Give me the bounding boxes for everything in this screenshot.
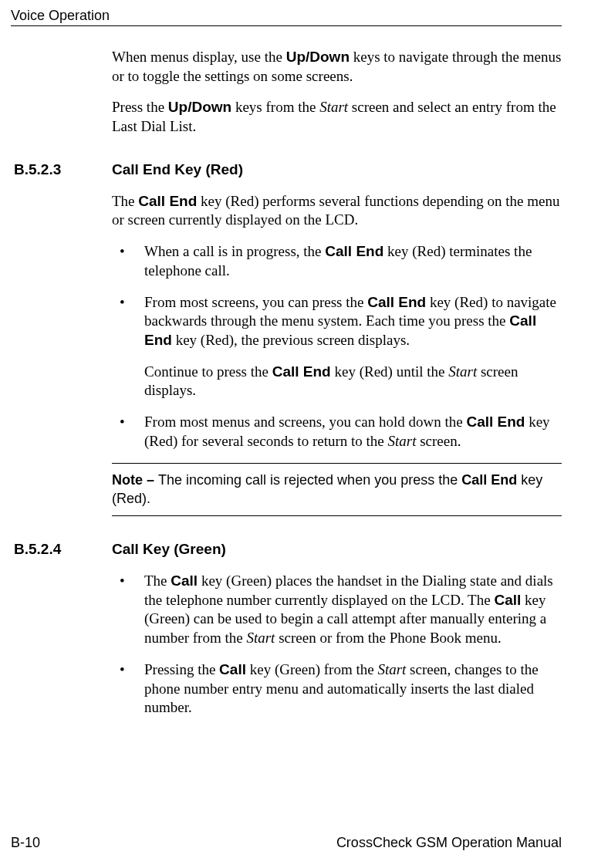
text-fragment: The incoming call is rejected when you p… <box>158 472 461 488</box>
text-fragment: Continue to press the <box>144 363 272 380</box>
text-fragment: key (Red), the previous screen displays. <box>172 332 410 348</box>
text-fragment: Press the <box>112 99 168 115</box>
bullet-text: The Call key (Green) places the handset … <box>144 572 562 648</box>
section1-bullet-list-cont: • From most menus and screens, you can h… <box>112 413 562 451</box>
italic-screen-name: Start <box>246 630 275 646</box>
text-fragment: key (Green) places the handset in the Di… <box>144 572 553 608</box>
bold-key-label: Call End <box>367 294 426 310</box>
bullet-text: Pressing the Call key (Green) from the S… <box>144 660 562 718</box>
bold-key-label: Up/Down <box>168 99 231 115</box>
text-fragment: key (Green) from the <box>246 661 377 677</box>
text-fragment: The <box>112 193 138 209</box>
page-footer: B-10 CrossCheck GSM Operation Manual <box>11 835 562 851</box>
italic-screen-name: Start <box>319 99 348 115</box>
bullet-icon: • <box>112 413 144 451</box>
note-label: Note – <box>112 472 158 488</box>
note-block: Note – The incoming call is rejected whe… <box>112 463 562 516</box>
header-title: Voice Operation <box>11 8 110 24</box>
section-title: Call Key (Green) <box>112 541 562 558</box>
bullet-text: From most screens, you can press the Cal… <box>144 293 562 350</box>
page-number: B-10 <box>11 835 40 851</box>
bold-key-label: Call <box>219 661 246 677</box>
text-fragment: The <box>144 572 171 589</box>
text-fragment: screen. <box>416 433 461 449</box>
section2-bullet-list: • The Call key (Green) places the handse… <box>112 572 562 718</box>
bold-key-label: Call <box>171 572 198 589</box>
section-heading-call-end: B.5.2.3 Call End Key (Red) <box>14 161 562 178</box>
bold-key-label: Call End <box>138 193 197 209</box>
intro-paragraph-2: Press the Up/Down keys from the Start sc… <box>112 98 562 136</box>
intro-paragraph-1: When menus display, use the Up/Down keys… <box>112 48 562 86</box>
bold-key-label: Call End <box>272 363 331 380</box>
bold-key-label: Call End <box>466 414 525 430</box>
list-item: • The Call key (Green) places the handse… <box>112 572 562 648</box>
bullet-text: When a call is in progress, the Call End… <box>144 242 562 280</box>
section1-intro-paragraph: The Call End key (Red) performs several … <box>112 192 562 230</box>
italic-screen-name: Start <box>448 363 477 380</box>
list-item: • From most menus and screens, you can h… <box>112 413 562 451</box>
manual-title: CrossCheck GSM Operation Manual <box>336 835 562 851</box>
text-fragment: When a call is in progress, the <box>144 243 325 259</box>
section1-bullet-list: • When a call is in progress, the Call E… <box>112 242 562 350</box>
bold-key-label: Call End <box>461 472 517 488</box>
bullet-text: From most menus and screens, you can hol… <box>144 413 562 451</box>
text-fragment: From most menus and screens, you can hol… <box>144 414 466 430</box>
text-fragment: When menus display, use the <box>112 49 286 65</box>
text-fragment: From most screens, you can press the <box>144 294 367 310</box>
list-item: • Pressing the Call key (Green) from the… <box>112 660 562 718</box>
text-fragment: key (Red) until the <box>331 363 449 380</box>
page-header: Voice Operation <box>11 8 562 26</box>
bold-key-label: Call <box>494 592 521 608</box>
section-title: Call End Key (Red) <box>112 161 562 178</box>
section-heading-call-key: B.5.2.4 Call Key (Green) <box>14 541 562 558</box>
bold-key-label: Call End <box>325 243 383 259</box>
italic-screen-name: Start <box>377 661 406 677</box>
text-fragment: Pressing the <box>144 661 219 677</box>
list-item: • From most screens, you can press the C… <box>112 293 562 350</box>
section-number: B.5.2.4 <box>14 541 112 558</box>
list-item: • When a call is in progress, the Call E… <box>112 242 562 280</box>
bullet-continuation: Continue to press the Call End key (Red)… <box>144 363 562 400</box>
bullet-icon: • <box>112 660 144 718</box>
italic-screen-name: Start <box>388 433 417 449</box>
bullet-icon: • <box>112 242 144 280</box>
text-fragment: screen or from the Phone Book menu. <box>275 630 501 646</box>
section-number: B.5.2.3 <box>14 161 112 178</box>
main-content: When menus display, use the Up/Down keys… <box>112 48 562 718</box>
text-fragment: keys from the <box>231 99 319 115</box>
bullet-icon: • <box>112 293 144 350</box>
bold-key-label: Up/Down <box>286 49 350 65</box>
bullet-icon: • <box>112 572 144 648</box>
